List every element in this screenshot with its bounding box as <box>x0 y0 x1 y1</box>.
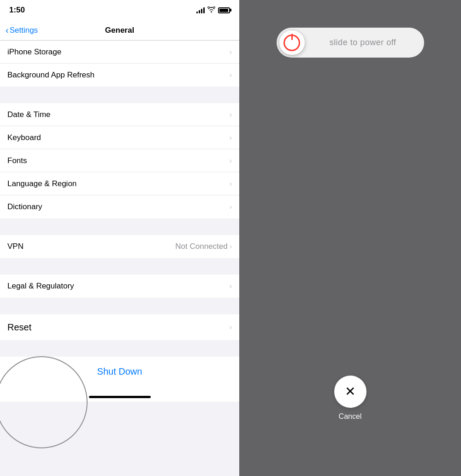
power-slider-thumb[interactable] <box>279 30 305 55</box>
language-region-label: Language & Region <box>7 179 77 188</box>
section-shut-down: Shut Down <box>0 357 239 386</box>
cancel-x-icon: ✕ <box>345 385 355 398</box>
home-indicator <box>0 386 239 402</box>
background-app-refresh-label: Background App Refresh <box>7 71 95 80</box>
chevron-icon: › <box>230 48 232 56</box>
chevron-icon: › <box>230 242 232 251</box>
battery-icon <box>218 7 230 13</box>
section-spacer-3 <box>0 258 239 275</box>
back-chevron-icon: ‹ <box>6 25 9 35</box>
section-spacer-2 <box>0 218 239 235</box>
status-icons <box>196 6 230 14</box>
power-icon-line <box>291 34 293 40</box>
section-spacer-1 <box>0 87 239 103</box>
settings-row-legal[interactable]: Legal & Regulatory › <box>0 275 239 298</box>
cancel-label: Cancel <box>339 412 362 421</box>
vpn-value: Not Connected <box>175 242 227 251</box>
chevron-icon: › <box>230 203 232 211</box>
chevron-icon: › <box>230 180 232 188</box>
back-button[interactable]: ‹ Settings <box>6 25 38 35</box>
legal-label: Legal & Regulatory <box>7 282 74 291</box>
left-panel: 1:50 ‹ Setting <box>0 0 239 476</box>
keyboard-label: Keyboard <box>7 133 41 142</box>
section-vpn: VPN Not Connected › <box>0 235 239 258</box>
settings-row-background-app-refresh[interactable]: Background App Refresh › <box>0 64 239 87</box>
power-slider-container[interactable]: slide to power off <box>277 28 424 58</box>
settings-row-shut-down[interactable]: Shut Down <box>0 357 239 386</box>
fonts-label: Fonts <box>7 156 27 165</box>
iphone-storage-label: iPhone Storage <box>7 47 61 57</box>
settings-list: iPhone Storage › Background App Refresh … <box>0 41 239 476</box>
vpn-label: VPN <box>7 242 24 251</box>
status-time: 1:50 <box>9 6 25 15</box>
section-spacer-4 <box>0 298 239 314</box>
settings-row-vpn[interactable]: VPN Not Connected › <box>0 235 239 258</box>
home-bar <box>89 396 151 398</box>
section-regional: Date & Time › Keyboard › Fonts › Languag… <box>0 103 239 218</box>
settings-row-keyboard[interactable]: Keyboard › <box>0 126 239 149</box>
back-label: Settings <box>10 26 38 35</box>
power-icon <box>284 35 300 51</box>
signal-icon <box>196 7 205 13</box>
chevron-icon: › <box>230 134 232 142</box>
settings-row-language-region[interactable]: Language & Region › <box>0 172 239 195</box>
section-storage: iPhone Storage › Background App Refresh … <box>0 41 239 87</box>
power-slider-text: slide to power off <box>305 38 421 47</box>
chevron-icon: › <box>230 157 232 165</box>
settings-row-dictionary[interactable]: Dictionary › <box>0 195 239 218</box>
shut-down-label: Shut Down <box>97 366 142 377</box>
status-bar: 1:50 <box>0 0 239 20</box>
section-spacer-5 <box>0 340 239 357</box>
power-slider[interactable]: slide to power off <box>277 28 424 58</box>
chevron-icon: › <box>230 282 232 290</box>
settings-row-fonts[interactable]: Fonts › <box>0 149 239 172</box>
settings-row-reset[interactable]: Reset › <box>0 314 239 340</box>
cancel-container: ✕ Cancel <box>334 376 366 421</box>
cancel-button[interactable]: ✕ <box>334 376 366 408</box>
nav-bar: ‹ Settings General <box>0 20 239 41</box>
chevron-icon: › <box>230 323 232 331</box>
chevron-icon: › <box>230 71 232 79</box>
reset-label: Reset <box>7 322 31 333</box>
chevron-icon: › <box>230 111 232 119</box>
right-panel: slide to power off ✕ Cancel <box>239 0 461 476</box>
section-legal: Legal & Regulatory › <box>0 275 239 298</box>
wifi-icon <box>207 6 215 14</box>
page-title: General <box>105 26 134 35</box>
dictionary-label: Dictionary <box>7 202 42 212</box>
date-time-label: Date & Time <box>7 110 51 119</box>
settings-row-date-time[interactable]: Date & Time › <box>0 103 239 126</box>
settings-row-iphone-storage[interactable]: iPhone Storage › <box>0 41 239 64</box>
section-reset: Reset › <box>0 314 239 340</box>
